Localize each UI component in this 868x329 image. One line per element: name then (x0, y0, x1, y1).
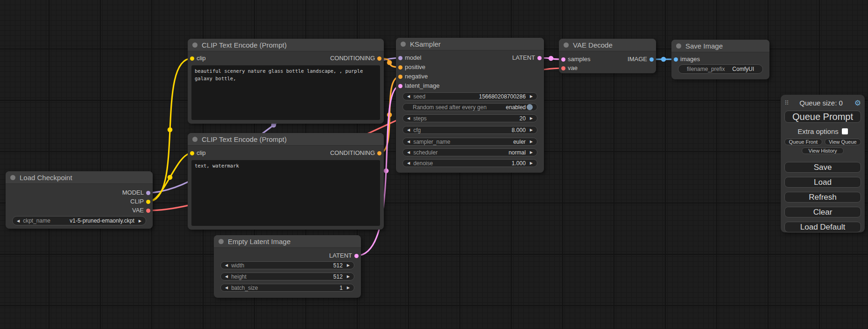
widget-random-seed-after-every-gen[interactable]: Random seed after every genenabled (402, 103, 537, 111)
input-slot-dot[interactable] (398, 65, 402, 70)
save-button[interactable]: Save (784, 162, 861, 173)
decrement-arrow-icon[interactable]: ◀ (407, 128, 410, 132)
node-load-checkpoint[interactable]: Load CheckpointMODELCLIPVAE◀ckpt_namev1-… (6, 171, 153, 229)
decrement-arrow-icon[interactable]: ◀ (225, 274, 228, 279)
queue-prompt-button[interactable]: Queue Prompt (784, 111, 861, 123)
input-slot-dot[interactable] (398, 56, 402, 60)
gear-icon[interactable]: ⚙ (854, 99, 861, 107)
input-slot-dot[interactable] (398, 84, 402, 88)
input-slot-dot[interactable] (561, 66, 565, 70)
node-ksampler[interactable]: KSamplermodelpositivenegativelatent_imag… (396, 38, 544, 173)
link-midpoint-dot[interactable] (387, 60, 392, 65)
widget-cfg[interactable]: ◀cfg8.000▶ (402, 126, 537, 134)
output-slot-vae[interactable]: VAE (132, 206, 153, 215)
output-slot-clip[interactable]: CLIP (130, 197, 153, 206)
widget-width[interactable]: ◀width512▶ (220, 261, 354, 269)
link-midpoint-dot[interactable] (549, 56, 554, 61)
increment-arrow-icon[interactable]: ▶ (347, 286, 350, 290)
output-slot-latent[interactable]: LATENT (512, 54, 544, 62)
drag-handle-icon[interactable]: ⠿ (784, 99, 788, 106)
input-slot-dot[interactable] (190, 151, 194, 155)
output-slot-conditioning[interactable]: CONDITIONING (330, 149, 384, 157)
output-slot-dot[interactable] (649, 57, 654, 62)
increment-arrow-icon[interactable]: ▶ (530, 116, 533, 120)
increment-arrow-icon[interactable]: ▶ (530, 161, 533, 165)
increment-arrow-icon[interactable]: ▶ (139, 219, 141, 223)
output-slot-latent[interactable]: LATENT (329, 252, 361, 260)
increment-arrow-icon[interactable]: ▶ (530, 150, 533, 154)
decrement-arrow-icon[interactable]: ◀ (407, 116, 410, 120)
clear-button[interactable]: Clear (784, 207, 861, 217)
output-slot-dot[interactable] (537, 56, 542, 60)
node-clip-text-encode-negative[interactable]: CLIP Text Encode (Prompt)clipCONDITIONIN… (188, 133, 384, 230)
node-save-image[interactable]: Save Imageimagesfilename_prefixComfyUI (671, 40, 769, 79)
toggle-knob-icon[interactable] (527, 104, 533, 110)
view-history-button[interactable]: View History (802, 147, 844, 154)
input-slot-latent_image[interactable]: latent_image (396, 82, 439, 90)
node-title-bar[interactable]: CLIP Text Encode (Prompt) (188, 39, 384, 51)
input-slot-images[interactable]: images (671, 55, 700, 63)
link-midpoint-dot[interactable] (384, 168, 389, 174)
decrement-arrow-icon[interactable]: ◀ (407, 140, 410, 144)
input-slot-clip[interactable]: clip (188, 149, 206, 157)
output-slot-dot[interactable] (377, 151, 381, 155)
output-slot-dot[interactable] (146, 191, 150, 195)
extra-options-checkbox[interactable] (842, 128, 848, 134)
output-slot-dot[interactable] (377, 56, 381, 61)
node-title-bar[interactable]: Empty Latent Image (214, 235, 361, 248)
input-slot-dot[interactable] (561, 57, 565, 62)
increment-arrow-icon[interactable]: ▶ (530, 128, 533, 132)
output-slot-conditioning[interactable]: CONDITIONING (330, 54, 384, 63)
input-slot-vae[interactable]: vae (559, 64, 578, 72)
node-title-bar[interactable]: Load Checkpoint (6, 171, 153, 184)
link-midpoint-dot[interactable] (387, 112, 392, 118)
node-empty-latent-image[interactable]: Empty Latent ImageLATENT◀width512▶◀heigh… (214, 235, 361, 298)
increment-arrow-icon[interactable]: ▶ (530, 94, 533, 98)
queue-front-button[interactable]: Queue Front (784, 139, 822, 145)
link-midpoint-dot[interactable] (661, 57, 666, 62)
increment-arrow-icon[interactable]: ▶ (347, 263, 350, 267)
widget-ckpt_name[interactable]: ◀ckpt_namev1-5-pruned-emaonly.ckpt▶ (12, 216, 146, 225)
input-slot-dot[interactable] (674, 57, 678, 62)
input-slot-positive[interactable]: positive (396, 63, 425, 71)
node-title-bar[interactable]: Save Image (671, 40, 769, 52)
widget-scheduler[interactable]: ◀schedulernormal▶ (402, 148, 537, 156)
load-button[interactable]: Load (784, 177, 861, 188)
output-slot-dot[interactable] (146, 209, 150, 213)
widget-sampler_name[interactable]: ◀sampler_nameeuler▶ (402, 138, 537, 146)
node-title-bar[interactable]: CLIP Text Encode (Prompt) (188, 133, 384, 146)
load-default-button[interactable]: Load Default (784, 222, 861, 232)
decrement-arrow-icon[interactable]: ◀ (407, 161, 410, 165)
widget-batch_size[interactable]: ◀batch_size1▶ (220, 284, 354, 292)
widget-seed[interactable]: ◀seed156680208700286▶ (402, 92, 537, 100)
decrement-arrow-icon[interactable]: ◀ (225, 263, 228, 267)
output-slot-dot[interactable] (354, 254, 359, 258)
widget-denoise[interactable]: ◀denoise1.000▶ (402, 159, 537, 167)
input-slot-dot[interactable] (398, 75, 402, 79)
input-slot-dot[interactable] (190, 56, 194, 61)
widget-steps[interactable]: ◀steps20▶ (402, 114, 537, 122)
node-title-bar[interactable]: KSampler (396, 38, 544, 50)
input-slot-clip[interactable]: clip (188, 54, 206, 63)
node-clip-text-encode-positive[interactable]: CLIP Text Encode (Prompt)clipCONDITIONIN… (188, 39, 384, 124)
graph-canvas[interactable]: Load CheckpointMODELCLIPVAE◀ckpt_namev1-… (0, 0, 868, 329)
decrement-arrow-icon[interactable]: ◀ (225, 286, 228, 290)
output-slot-image[interactable]: IMAGE (628, 55, 656, 63)
output-slot-model[interactable]: MODEL (122, 189, 153, 197)
link-midpoint-dot[interactable] (168, 127, 173, 133)
increment-arrow-icon[interactable]: ▶ (530, 140, 533, 144)
link-midpoint-dot[interactable] (168, 175, 173, 180)
increment-arrow-icon[interactable]: ▶ (347, 274, 350, 279)
decrement-arrow-icon[interactable]: ◀ (407, 94, 410, 98)
input-slot-model[interactable]: model (396, 54, 421, 62)
output-slot-dot[interactable] (146, 200, 150, 204)
prompt-textarea[interactable]: text, watermark (191, 160, 380, 226)
refresh-button[interactable]: Refresh (784, 192, 861, 203)
widget-height[interactable]: ◀height512▶ (220, 273, 354, 280)
prompt-textarea[interactable]: beautiful scenery nature glass bottle la… (191, 65, 380, 120)
input-slot-negative[interactable]: negative (396, 72, 428, 81)
decrement-arrow-icon[interactable]: ◀ (407, 150, 410, 154)
input-slot-samples[interactable]: samples (559, 55, 590, 63)
node-vae-decode[interactable]: VAE DecodesamplesvaeIMAGE (559, 39, 656, 73)
widget-filename_prefix[interactable]: filename_prefixComfyUI (678, 64, 763, 74)
